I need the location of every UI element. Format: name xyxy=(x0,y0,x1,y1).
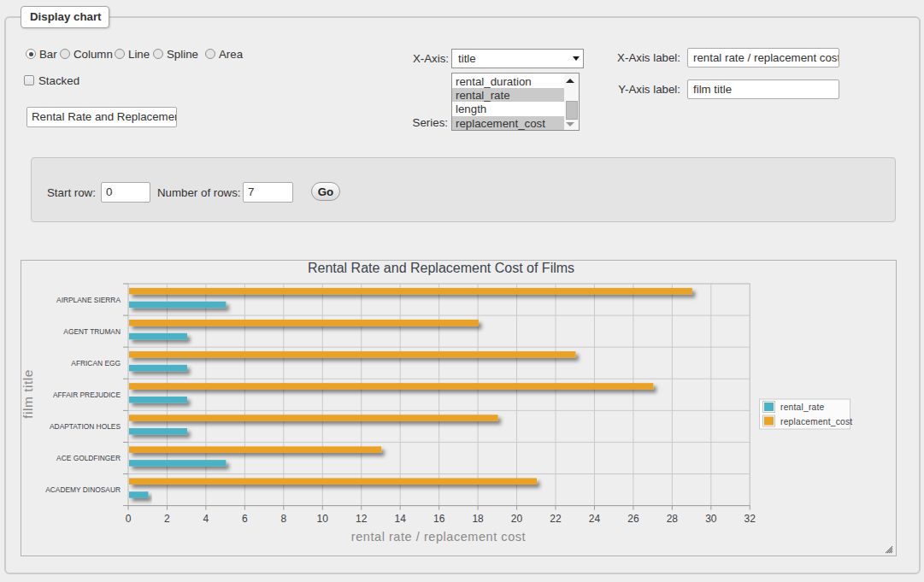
svg-text:30: 30 xyxy=(705,513,717,525)
svg-text:AIRPLANE SIERRA: AIRPLANE SIERRA xyxy=(56,296,121,304)
svg-text:Rental Rate and Replacement Co: Rental Rate and Replacement Cost of Film… xyxy=(308,261,574,275)
svg-text:6: 6 xyxy=(242,513,248,525)
svg-text:4: 4 xyxy=(203,513,209,525)
svg-text:22: 22 xyxy=(550,513,562,525)
svg-text:AFRICAN EGG: AFRICAN EGG xyxy=(71,359,121,367)
svg-text:2: 2 xyxy=(164,513,170,525)
svg-text:14: 14 xyxy=(395,513,407,525)
svg-text:rental_rate: rental_rate xyxy=(780,403,825,412)
svg-text:AGENT TRUMAN: AGENT TRUMAN xyxy=(63,327,121,336)
svg-text:24: 24 xyxy=(589,513,601,525)
svg-text:8: 8 xyxy=(280,513,286,525)
svg-text:ADAPTATION HOLES: ADAPTATION HOLES xyxy=(50,422,121,431)
svg-text:16: 16 xyxy=(433,513,445,525)
svg-text:film title: film title xyxy=(21,369,35,419)
svg-text:26: 26 xyxy=(627,513,639,525)
svg-text:ACE GOLDFINGER: ACE GOLDFINGER xyxy=(56,454,121,462)
svg-text:12: 12 xyxy=(356,513,368,525)
svg-text:rental rate / replacement cost: rental rate / replacement cost xyxy=(351,530,526,544)
svg-text:0: 0 xyxy=(126,513,132,525)
svg-text:ACADEMY DINOSAUR: ACADEMY DINOSAUR xyxy=(45,485,121,494)
svg-text:10: 10 xyxy=(317,513,329,525)
svg-text:AFFAIR PREJUDICE: AFFAIR PREJUDICE xyxy=(53,391,121,399)
svg-text:replacement_cost: replacement_cost xyxy=(780,417,852,426)
svg-text:20: 20 xyxy=(511,513,523,525)
svg-text:32: 32 xyxy=(744,513,756,525)
svg-text:18: 18 xyxy=(472,513,484,525)
svg-text:28: 28 xyxy=(667,513,679,525)
